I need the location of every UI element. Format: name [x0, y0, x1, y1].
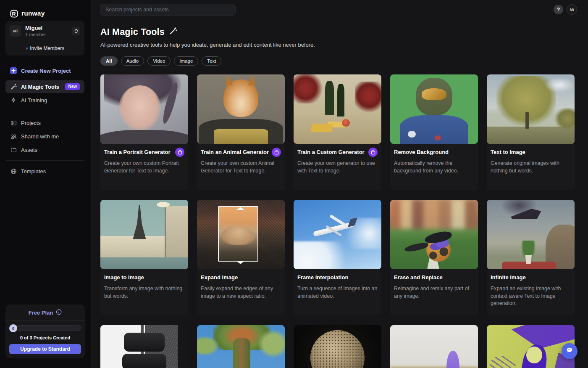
sidebar-item-ai-training[interactable]: AI Training — [5, 94, 84, 106]
filter-text[interactable]: Text — [202, 56, 221, 66]
card-title: Train a Custom Generator — [297, 148, 365, 156]
card-title: Infinite Image — [491, 273, 526, 281]
invite-members-button[interactable]: + Invite Members — [5, 41, 84, 56]
sidebar-item-label: AI Magic Tools — [21, 84, 59, 90]
topbar: ? Mi — [91, 0, 588, 19]
thumbnail-duotone-person — [487, 325, 575, 368]
sidebar-item-assets[interactable]: Assets — [5, 143, 84, 156]
magic-wand-icon — [10, 83, 17, 90]
card-description: Easily expand the edges of any image to … — [201, 285, 281, 300]
card-partial-3[interactable] — [294, 325, 381, 368]
globe-icon — [10, 168, 17, 175]
card-description: Create your own custom Animal Generator … — [201, 160, 281, 175]
thumbnail-tree — [487, 74, 575, 144]
card-description: Generate original images with nothing bu… — [491, 160, 571, 175]
filter-image[interactable]: Image — [174, 56, 198, 66]
card-remove-background[interactable]: Remove Background Automatically remove t… — [390, 74, 478, 190]
plan-card: Free Plan 0 0 of 3 Projects Created Upgr… — [5, 304, 85, 358]
sidebar-item-shared-with-me[interactable]: Shared with me — [5, 130, 84, 143]
create-new-project-button[interactable]: Create New Project — [5, 64, 84, 77]
card-title: Train a Portrait Generator — [104, 148, 171, 156]
people-icon — [10, 133, 17, 140]
sidebar-item-label: Projects — [21, 120, 41, 126]
plus-icon — [10, 67, 17, 74]
thumbnail-chair — [100, 325, 188, 368]
lightning-icon — [10, 97, 17, 103]
card-partial-2[interactable] — [197, 325, 285, 368]
card-description: Expand an existing image with context aw… — [491, 285, 571, 307]
runway-logo-icon — [10, 10, 18, 18]
sidebar-item-projects[interactable]: Projects — [5, 116, 84, 129]
thumbnail-green-screen — [390, 74, 478, 144]
sidebar-item-ai-magic-tools[interactable]: AI Magic Tools New — [5, 80, 84, 93]
workspace-switcher[interactable]: Mi Miguel 1 member — [5, 21, 84, 41]
upgrade-button[interactable]: Upgrade to Standard — [9, 344, 81, 354]
sidebar: runway Mi Miguel 1 member + Invite Membe… — [0, 0, 90, 368]
info-icon[interactable] — [56, 309, 62, 316]
filter-video[interactable]: Video — [147, 56, 171, 66]
brand-name: runway — [21, 10, 45, 17]
chat-bubble-icon — [566, 347, 573, 356]
help-button[interactable]: ? — [554, 5, 563, 14]
sidebar-nav: AI Magic Tools New AI Training Projects … — [0, 80, 90, 177]
card-description: Transform any image with nothing but wor… — [104, 285, 184, 300]
thumbnail-expand-crop — [197, 200, 285, 269]
card-partial-4[interactable] — [390, 325, 478, 368]
thumbnail-paris — [100, 200, 188, 269]
workspace-chevron-updown-icon — [72, 27, 80, 35]
thumbnail-still-life — [294, 74, 381, 144]
card-description: Create your own custom Portrait Generato… — [104, 160, 184, 175]
thumbnail-textured-sphere — [294, 325, 381, 368]
sidebar-item-label: AI Training — [21, 97, 47, 103]
plan-usage-text: 0 of 3 Projects Created — [9, 335, 81, 340]
sidebar-item-label: Shared with me — [21, 133, 59, 140]
card-train-custom-generator[interactable]: Train a Custom Generator Create your own… — [294, 74, 381, 190]
thumbnail-surreal-collage — [487, 200, 575, 269]
thumbnail-beach-figure — [390, 325, 478, 368]
card-erase-and-replace[interactable]: Erase and Replace Reimagine and remix an… — [390, 200, 478, 315]
sidebar-item-label: Assets — [21, 147, 37, 153]
card-title: Train an Animal Generator — [201, 148, 269, 156]
runway-logo[interactable]: runway — [0, 0, 90, 21]
user-avatar[interactable]: Mi — [567, 4, 577, 15]
card-title: Image to Image — [104, 273, 144, 281]
card-image-to-image[interactable]: Image to Image Transform any image with … — [100, 200, 188, 315]
folder-icon — [10, 146, 17, 153]
search-input[interactable] — [100, 4, 236, 16]
premium-bag-icon — [272, 148, 281, 157]
card-description: Turn a sequence of images into an animat… — [297, 285, 378, 300]
page-title: AI Magic Tools — [100, 27, 165, 37]
page-subtitle: AI-powered creative tools to help you id… — [100, 42, 578, 48]
card-partial-1[interactable] — [100, 325, 188, 368]
plan-divider — [5, 320, 85, 321]
new-badge: New — [65, 83, 80, 90]
card-description: Reimagine and remix any part of any imag… — [394, 285, 474, 300]
workspace-avatar: Mi — [10, 25, 21, 37]
card-train-animal-generator[interactable]: Train an Animal Generator Create your ow… — [197, 74, 285, 190]
workspace-card: Mi Miguel 1 member + Invite Members — [5, 21, 84, 56]
content: AI Magic Tools AI-powered creative tools… — [91, 19, 588, 368]
workspace-name: Miguel — [25, 25, 46, 32]
card-title: Frame Interpolation — [297, 273, 348, 281]
thumbnail-fantasy-tree — [197, 325, 285, 368]
sidebar-divider — [5, 160, 84, 161]
sidebar-item-templates[interactable]: Templates — [5, 165, 84, 177]
card-infinite-image[interactable]: Infinite Image Expand an existing image … — [487, 200, 575, 315]
card-expand-image[interactable]: Expand Image Easily expand the edges of … — [197, 200, 285, 315]
thumbnail-animal — [197, 74, 285, 144]
card-train-portrait-generator[interactable]: Train a Portrait Generator Create your o… — [100, 74, 188, 190]
chat-button[interactable] — [562, 343, 578, 359]
card-text-to-image[interactable]: Text to Image Generate original images w… — [487, 74, 575, 190]
filter-chips: All Audio Video Image Text — [100, 56, 578, 66]
magic-wand-title-icon — [169, 27, 177, 37]
tools-grid: Train a Portrait Generator Create your o… — [100, 74, 578, 368]
card-frame-interpolation[interactable]: Frame Interpolation Turn a sequence of i… — [294, 200, 381, 315]
filter-all[interactable]: All — [100, 56, 118, 66]
card-partial-5[interactable] — [487, 325, 575, 368]
card-description: Create your own generator to use with Te… — [297, 160, 378, 175]
filter-audio[interactable]: Audio — [121, 56, 144, 66]
projects-progress-bar: 0 — [9, 325, 81, 331]
thumbnail-portrait — [100, 74, 188, 144]
thumbnail-soccer — [390, 200, 478, 269]
card-title: Remove Background — [394, 148, 449, 156]
